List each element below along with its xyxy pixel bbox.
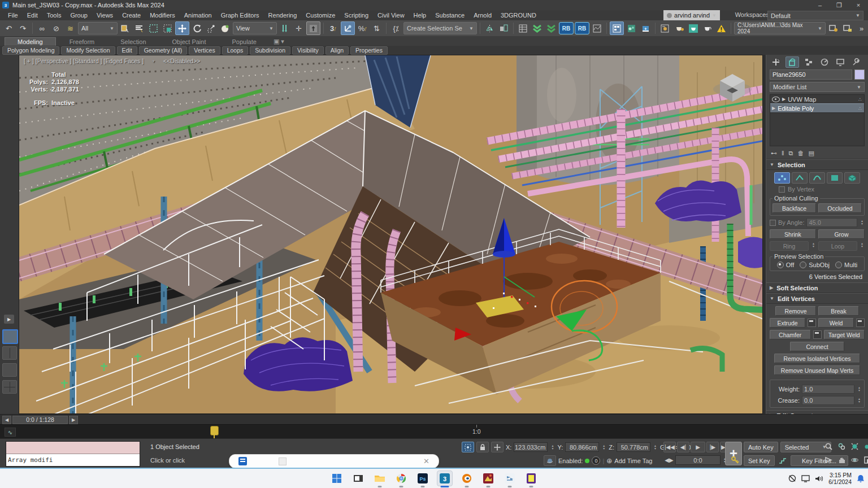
menu-3dground[interactable]: 3DGROUND — [496, 12, 541, 19]
maxscript-mini-listener[interactable]: Array modifi — [6, 441, 140, 467]
notification-bell-icon[interactable] — [857, 474, 865, 483]
preview-subobj-radio[interactable]: SubObj — [800, 262, 830, 268]
toolbar-overflow-chevrons-icon[interactable]: » — [855, 22, 868, 34]
weight-field[interactable]: 1.0 — [802, 385, 854, 394]
set-key-button[interactable]: Set Key — [744, 455, 775, 466]
key-filters-steps-icon[interactable] — [777, 456, 788, 465]
border-subobject-icon[interactable] — [809, 172, 825, 184]
object-name-field[interactable]: Plane29650 — [770, 69, 852, 80]
clipboard-app-icon[interactable] — [238, 457, 247, 465]
break-button[interactable]: Break — [818, 306, 859, 316]
extrude-button[interactable]: Extrude — [770, 318, 805, 328]
time-range-display[interactable]: 0:0 / 1:128 — [12, 416, 68, 424]
reference-coordinate-dropdown[interactable]: View ▼ — [233, 22, 277, 34]
modify-tab-icon[interactable] — [785, 56, 799, 68]
panel-properties[interactable]: Properties — [350, 46, 388, 55]
modifier-list-dropdown[interactable]: Modifier List ▼ — [770, 82, 865, 92]
key-mode-toggle-icon[interactable] — [729, 455, 740, 465]
curve-editor-icon[interactable] — [591, 22, 604, 34]
configure-modifier-sets-icon[interactable]: ▤ — [808, 150, 814, 157]
close-button[interactable]: × — [849, 0, 868, 10]
transform-type-in-icon[interactable] — [491, 442, 504, 452]
file-explorer-icon[interactable] — [372, 471, 387, 486]
task-view-icon[interactable] — [351, 471, 366, 486]
edit-vertices-rollout-header[interactable]: ▼ Edit Vertices — [766, 293, 868, 304]
angle-snap-icon[interactable] — [341, 21, 355, 35]
quick-render-icon[interactable] — [701, 22, 714, 34]
paint-app-icon[interactable] — [481, 471, 496, 486]
menu-graph-editors[interactable]: Graph Editors — [216, 12, 264, 19]
angle-spinner[interactable]: ▲▼ — [860, 219, 865, 226]
render-frame-setup-icon[interactable] — [658, 22, 671, 34]
speaker-icon[interactable] — [815, 475, 823, 482]
railclone-button[interactable]: RB — [559, 22, 574, 34]
grow-button[interactable]: Grow — [818, 229, 865, 239]
soft-selection-rollout-header[interactable]: ▶ Soft Selection — [766, 282, 868, 293]
select-and-rotate-icon[interactable] — [190, 22, 203, 34]
previous-key-icon[interactable]: ◀| — [677, 442, 689, 452]
target-weld-button[interactable]: Target Weld — [824, 330, 865, 339]
warning-icon[interactable] — [715, 22, 728, 34]
mirror-icon[interactable] — [483, 22, 496, 34]
y-coordinate-field[interactable]: 80.866cm — [565, 442, 599, 452]
photoshop-icon[interactable]: Ps — [415, 471, 430, 486]
minimize-button[interactable]: – — [810, 0, 830, 10]
layout-single-2-tab[interactable] — [2, 363, 17, 377]
chamfer-button[interactable]: Chamfer — [770, 330, 811, 339]
zoom-all-icon[interactable] — [836, 442, 847, 451]
named-selection-set-dropdown[interactable]: Create Selection Se ▼ — [403, 22, 477, 34]
orbit-mini-icon[interactable] — [544, 455, 556, 466]
weld-settings-icon[interactable] — [856, 319, 865, 327]
scene-explorer-icon[interactable] — [517, 22, 530, 34]
unlink-selection-icon[interactable]: ⊘ — [50, 22, 63, 34]
show-end-result-icon[interactable]: ǁ — [782, 150, 784, 156]
motion-tab-icon[interactable] — [818, 57, 831, 67]
named-selection-edit-icon[interactable]: {⁒ — [389, 22, 402, 34]
preview-off-radio[interactable]: Off — [777, 262, 794, 268]
rectangular-selection-icon[interactable] — [147, 22, 160, 34]
auto-key-button[interactable]: Auto Key — [744, 442, 778, 452]
viewport-disabled-label[interactable]: <<Disabled>> — [163, 58, 200, 64]
notes-app-icon[interactable] — [524, 471, 539, 486]
layout-two-vertical-tab[interactable] — [2, 346, 17, 360]
visibility-eye-icon[interactable] — [772, 97, 780, 102]
angle-field[interactable]: 45.0 — [806, 218, 857, 227]
polygon-subobject-icon[interactable] — [827, 172, 843, 184]
tab-object-paint[interactable]: Object Paint — [160, 38, 219, 46]
keyboard-override-icon[interactable] — [306, 21, 320, 35]
snaps-toggle-icon[interactable]: 3ƒ — [327, 22, 340, 34]
panel-subdivision[interactable]: Subdivision — [250, 46, 290, 55]
listener-field[interactable]: Array modifi — [6, 454, 140, 466]
connect-button[interactable]: Connect — [790, 342, 844, 351]
no-internet-icon[interactable] — [788, 474, 796, 482]
display-tab-icon[interactable] — [834, 57, 847, 67]
selection-lock-icon[interactable] — [476, 442, 489, 452]
menu-scripting[interactable]: Scripting — [340, 12, 373, 19]
start-button-icon[interactable] — [329, 471, 344, 486]
utilities-tab-icon[interactable] — [850, 57, 862, 67]
bind-to-space-warp-icon[interactable]: ≋ — [64, 22, 77, 34]
edge-subobject-icon[interactable] — [792, 172, 808, 184]
ribbon-toggle-chevron-icon[interactable] — [545, 22, 558, 34]
menu-animation[interactable]: Animation — [180, 12, 216, 19]
hierarchy-tab-icon[interactable] — [802, 57, 815, 67]
create-tab-icon[interactable] — [770, 57, 782, 67]
isolate-selection-toggle-icon[interactable] — [462, 442, 474, 452]
zero-indicator-icon[interactable]: 0 — [592, 456, 600, 465]
menu-rendering[interactable]: Rendering — [264, 12, 302, 19]
close-icon[interactable]: ✕ — [423, 457, 429, 465]
layer-explorer-chevron-icon[interactable] — [531, 22, 544, 34]
layout-flyout-button[interactable]: ▶ — [4, 315, 14, 324]
workspace-dropdown[interactable]: Default ▼ — [767, 11, 863, 20]
loop-button[interactable]: Loop — [818, 241, 857, 251]
menu-tools[interactable]: Tools — [42, 12, 66, 19]
edit-geometry-rollout-header[interactable]: ▶ Edit Geometry — [766, 410, 868, 414]
viewport-label[interactable]: [ + ] [Perspective ] [Standard ] [Edged … — [24, 58, 200, 64]
menu-help[interactable]: Help — [409, 12, 431, 19]
select-object-icon[interactable] — [119, 22, 132, 34]
render-teapot-icon[interactable] — [672, 22, 685, 34]
element-subobject-icon[interactable] — [844, 172, 860, 184]
object-color-swatch[interactable] — [854, 69, 865, 80]
select-and-move-icon[interactable] — [175, 21, 189, 35]
panel-visibility[interactable]: Visibility — [292, 46, 324, 55]
